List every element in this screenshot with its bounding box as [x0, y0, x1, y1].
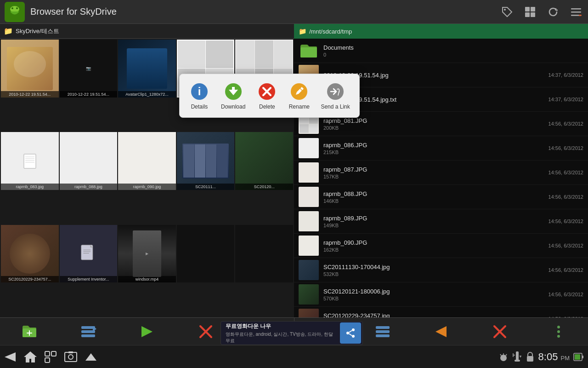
- rename-icon: [289, 81, 309, 102]
- file-date: 14:37, 6/3/2012: [548, 72, 583, 78]
- file-size: 215KB: [323, 150, 548, 155]
- ad-banner[interactable]: 무료영화다운 나우 영화무료다운, android, 실시간, TV방송, 드라…: [220, 321, 363, 345]
- file-name: raprnb_081.JPG: [323, 117, 548, 124]
- thumb-manga4[interactable]: raprnb_088.jpg: [60, 132, 118, 190]
- svg-rect-70: [51, 351, 56, 356]
- new-folder-left-button[interactable]: [19, 322, 40, 342]
- file-info: raprnb_087.JPG 157KB: [323, 166, 548, 179]
- file-date: 14:56, 6/3/2012: [548, 145, 583, 151]
- recent-apps-button[interactable]: [40, 347, 61, 367]
- grid-icon[interactable]: [523, 5, 537, 19]
- thumb-food[interactable]: 2010-12-22 19.51.54...: [1, 40, 59, 98]
- svg-text:i: i: [198, 85, 201, 98]
- file-name: raprnb_089.JPG: [323, 215, 548, 222]
- svg-rect-81: [514, 360, 520, 362]
- thumb-dark[interactable]: 📷 2010-12-22 19.51.54...: [60, 40, 118, 98]
- file-row-090[interactable]: raprnb_090.JPG 162KB 14:56, 6/3/2012: [294, 234, 588, 258]
- file-date: 14:37, 6/3/2012: [548, 97, 583, 102]
- download-button[interactable]: Download: [219, 80, 247, 112]
- file-row-087[interactable]: raprnb_087.JPG 157KB 14:56, 6/3/2012: [294, 161, 588, 185]
- svg-rect-88: [582, 356, 583, 358]
- file-row-sc2[interactable]: SC20120121-180006.jpg 570KB 14:56, 6/3/2…: [294, 282, 588, 307]
- svg-point-63: [346, 332, 349, 334]
- file-name: SC20111130-170044.jpg: [323, 264, 548, 270]
- thumb-label: raprnb_083.jpg: [1, 184, 59, 190]
- details-button[interactable]: i Details: [187, 80, 212, 112]
- file-row-sc1[interactable]: SC20111130-170044.jpg 532KB 14:56, 6/3/2…: [294, 258, 588, 282]
- arrow-left-button[interactable]: [431, 322, 451, 342]
- file-name: raprnb_087.JPG: [323, 166, 548, 173]
- svg-point-50: [557, 335, 560, 338]
- svg-rect-4: [525, 7, 530, 12]
- more-right-button[interactable]: [548, 322, 569, 342]
- svg-line-79: [506, 354, 507, 356]
- back-button[interactable]: [0, 347, 20, 367]
- thumb-video[interactable]: ▶ windsor.mp4: [118, 225, 176, 283]
- file-row-086[interactable]: raprnb_086.JPG 215KB 14:56, 6/3/2012: [294, 136, 588, 161]
- folder-icon-right: 📁: [299, 28, 306, 35]
- lock-icon: [526, 351, 535, 362]
- file-thumb-sc2: [299, 284, 319, 305]
- tag-icon[interactable]: [500, 5, 514, 19]
- file-row-documents[interactable]: Documents 0: [294, 39, 588, 63]
- svg-rect-74: [68, 351, 73, 353]
- screenshot-button[interactable]: [61, 347, 81, 367]
- thumb-sc2[interactable]: SC20120...: [235, 132, 293, 190]
- thumb-doc[interactable]: Supplement Inventor...: [60, 225, 118, 283]
- file-row-089[interactable]: raprnb_089.JPG 149KB 14:56, 6/3/2012: [294, 209, 588, 234]
- left-panel-header: 📁 SkyDrive/테스트: [0, 24, 294, 39]
- usb-icon: [513, 351, 522, 362]
- svg-point-76: [500, 355, 507, 361]
- svg-rect-80: [516, 351, 519, 361]
- delete-button[interactable]: Delete: [254, 80, 279, 112]
- up-button[interactable]: [81, 347, 101, 367]
- delete-icon: [257, 81, 277, 102]
- svg-rect-89: [575, 354, 580, 360]
- left-path: SkyDrive/테스트: [16, 27, 59, 35]
- ad-text: 무료영화다운 나우 영화무료다운, android, 실시간, TV방송, 드라…: [221, 322, 339, 344]
- sync-right-button[interactable]: [373, 322, 393, 342]
- file-date: 14:56, 6/3/2012: [548, 170, 583, 175]
- file-row-088[interactable]: raprnb_088.JPG 146KB 14:56, 6/3/2012: [294, 185, 588, 209]
- svg-point-73: [68, 355, 73, 359]
- right-panel: 📁 /mnt/sdcard/tmp Documents 0 2010-12-22…: [294, 24, 588, 317]
- right-panel-header: 📁 /mnt/sdcard/tmp: [294, 24, 588, 39]
- thumb-label: Supplement Inventor...: [60, 276, 118, 282]
- home-button[interactable]: [20, 347, 40, 367]
- svg-rect-9: [571, 12, 581, 13]
- file-date: 14:56, 6/3/2012: [548, 316, 583, 317]
- menu-icon[interactable]: [569, 5, 583, 19]
- ad-share-button[interactable]: [340, 322, 361, 344]
- thumb-manga3[interactable]: raprnb_083.jpg: [1, 132, 59, 190]
- thumb-manga5[interactable]: raprnb_090.jpg: [118, 132, 176, 190]
- file-thumb-086: [299, 138, 319, 158]
- svg-marker-67: [5, 352, 16, 362]
- refresh-icon[interactable]: [546, 5, 560, 19]
- send-link-button[interactable]: Send a Link: [319, 80, 351, 112]
- sync-left-button[interactable]: [78, 322, 98, 342]
- thumb-label: 2010-12-22 19.51.54...: [60, 91, 118, 98]
- left-panel: 📁 SkyDrive/테스트 2010-12-22 19.51.54... 📷 …: [0, 24, 294, 317]
- svg-rect-21: [300, 47, 317, 58]
- svg-point-0: [10, 6, 19, 12]
- file-row-sc3[interactable]: SC20120229-234757.jpg 678KB 14:56, 6/3/2…: [294, 307, 588, 317]
- thumb-avatar[interactable]: AvatarClip1_1280x72...: [118, 40, 176, 98]
- file-info: raprnb_081.JPG 200KB: [323, 117, 548, 131]
- file-date: 14:56, 6/3/2012: [548, 267, 583, 273]
- file-date: 14:56, 6/3/2012: [548, 292, 583, 297]
- delete-left-button[interactable]: [196, 322, 216, 342]
- delete-right-button[interactable]: [490, 322, 510, 342]
- file-thumb-089: [299, 211, 319, 231]
- file-name: SC20120121-180006.jpg: [323, 288, 548, 295]
- rename-button[interactable]: Rename: [287, 80, 311, 112]
- svg-rect-72: [65, 352, 77, 362]
- arrow-right-button[interactable]: [137, 322, 157, 342]
- thumb-sc3[interactable]: SC20120229-234757...: [1, 225, 59, 283]
- file-info: SC20111130-170044.jpg 532KB: [323, 264, 548, 277]
- thumb-sc1[interactable]: SC20111...: [177, 132, 235, 190]
- file-name: Documents: [323, 44, 583, 51]
- context-menu: i Details Download Delete Rename Send a …: [179, 74, 360, 118]
- file-size: 0: [323, 52, 583, 58]
- thumb-label: SC20111...: [177, 184, 235, 190]
- file-date: 14:56, 6/3/2012: [548, 121, 583, 126]
